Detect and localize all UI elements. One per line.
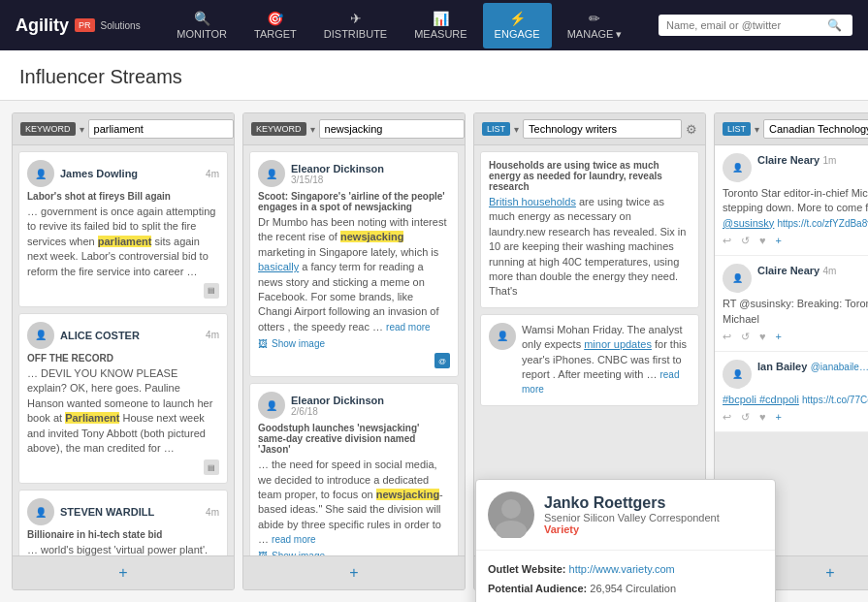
- item-subtitle: Goodstuph launches 'newsjacking' same-da…: [258, 423, 450, 455]
- tweet-text: RT @susinsky: Breaking: Toronto Star edi…: [723, 297, 868, 327]
- item-name: ALICE COSTER: [60, 330, 200, 341]
- item-header: 👤 ALICE COSTER 4m: [27, 322, 219, 349]
- stream-newsjacking-type-badge[interactable]: KEYWORD: [251, 122, 306, 136]
- tweet-name: Claire Neary: [757, 265, 820, 276]
- tweet-item: 👤 Ian Bailey @ianabaile… 19m #bcpoli #cd…: [715, 352, 868, 432]
- target-icon: 🎯: [267, 11, 283, 26]
- stream-newsjacking-header: KEYWORD ▾ ⚙: [243, 113, 465, 145]
- outlet-website-link[interactable]: http://www.variety.com: [569, 563, 675, 575]
- stream-newsjacking-input[interactable]: [319, 119, 465, 139]
- reply-icon[interactable]: ↩: [723, 411, 731, 424]
- item-action-icon[interactable]: ▤: [204, 283, 219, 299]
- popup-body: Outlet Website: http://www.variety.com P…: [476, 551, 775, 602]
- person-silhouette-icon: [488, 491, 534, 538]
- stream-item: 👤 ALICE COSTER 4m OFF THE RECORD … DEVIL…: [18, 313, 228, 484]
- page-title-bar: Influencer Streams: [0, 50, 868, 101]
- item-text: British households are using twice as mu…: [489, 195, 691, 300]
- tweet-link: https://t.co/zfYZdBa8v1: [777, 218, 868, 229]
- retweet-icon[interactable]: ↺: [741, 331, 750, 343]
- item-text: … government is once again attempting to…: [27, 205, 219, 279]
- search-icon: 🔍: [827, 18, 842, 32]
- tweet-time: 4m: [823, 266, 837, 276]
- logo: Agility PR Solutions: [16, 16, 141, 36]
- link-susinsky: @susinsky: [723, 217, 774, 229]
- nav-search-input[interactable]: [666, 19, 821, 31]
- nav-engage-label: ENGAGE: [495, 28, 540, 40]
- stream-item: 👤 STEVEN WARDILL 4m Billionaire in hi-te…: [18, 490, 228, 555]
- nav-monitor[interactable]: 🔍 MONITOR: [165, 3, 239, 48]
- stream-tech-input[interactable]: [523, 119, 682, 139]
- stream-parliament-input[interactable]: [88, 119, 234, 139]
- stream-tech-type-badge[interactable]: LIST: [482, 122, 510, 136]
- item-subtitle: Labor's shot at fireys Bill again: [27, 191, 219, 202]
- stream-canadian-header: LIST ▾ ⚙: [715, 113, 868, 145]
- stream-tech-settings-icon[interactable]: ⚙: [686, 122, 697, 137]
- avatar: 👤: [489, 323, 516, 350]
- nav-distribute[interactable]: ✈ DISTRIBUTE: [312, 3, 399, 48]
- retweet-icon[interactable]: ↺: [741, 411, 750, 424]
- stream-item: Households are using twice as much energ…: [480, 151, 699, 308]
- nav-manage-label: MANAGE ▾: [567, 28, 623, 41]
- avatar: 👤: [258, 160, 285, 187]
- retweet-icon[interactable]: ↺: [741, 235, 750, 247]
- show-image-btn[interactable]: 🖼 Show image: [258, 338, 450, 349]
- item-header: 👤 Eleanor Dickinson 2/6/18: [258, 392, 450, 419]
- tweet-actions: ↩ ↺ ♥ + 🐦: [723, 411, 868, 424]
- like-icon[interactable]: ♥: [759, 235, 766, 247]
- stream-parliament-items: 👤 James Dowling 4m Labor's shot at firey…: [13, 145, 234, 555]
- item-name: STEVEN WARDILL: [60, 506, 200, 518]
- nav-manage[interactable]: ✏ MANAGE ▾: [556, 3, 634, 48]
- stream-canadian-type-badge[interactable]: LIST: [723, 122, 751, 136]
- add-stream-button[interactable]: +: [111, 560, 135, 586]
- navbar: Agility PR Solutions 🔍 MONITOR 🎯 TARGET …: [0, 0, 868, 50]
- add-icon[interactable]: +: [776, 411, 782, 424]
- read-more-link[interactable]: read more: [386, 322, 431, 333]
- add-icon[interactable]: +: [776, 331, 782, 343]
- like-icon[interactable]: ♥: [759, 331, 766, 343]
- read-more-link3[interactable]: read more: [522, 369, 679, 395]
- page-title: Influencer Streams: [19, 66, 182, 87]
- item-subtitle: OFF THE RECORD: [27, 353, 219, 364]
- engage-icon: ⚡: [509, 11, 526, 26]
- svg-point-1: [496, 521, 527, 538]
- avatar: 👤: [723, 153, 752, 182]
- add-stream-button4[interactable]: +: [818, 560, 842, 586]
- item-action-icon[interactable]: ▤: [204, 459, 219, 475]
- stream-parliament-footer: +: [13, 555, 234, 589]
- tweet-header: 👤 Claire Neary 4m: [723, 264, 868, 293]
- add-icon[interactable]: +: [776, 235, 782, 247]
- pr-badge: PR: [75, 18, 95, 32]
- item-time: 4m: [206, 507, 219, 518]
- stream-parliament: KEYWORD ▾ ⚙ 👤 James Dowling 4m Labor's s…: [12, 112, 235, 590]
- reply-icon[interactable]: ↩: [723, 235, 731, 247]
- nav-search-container: 🔍: [659, 15, 852, 36]
- reply-icon[interactable]: ↩: [723, 331, 731, 343]
- solutions-text: Solutions: [101, 20, 141, 31]
- show-image-label2: Show image: [272, 551, 325, 555]
- nav-engage[interactable]: ⚡ ENGAGE: [483, 3, 552, 48]
- avatar: 👤: [27, 322, 54, 349]
- read-more-link2[interactable]: read more: [272, 534, 316, 545]
- stream-item: 👤 Wamsi Mohan Friday. The analyst only e…: [480, 314, 699, 406]
- stream-parliament-type-badge[interactable]: KEYWORD: [20, 122, 76, 136]
- streams-container: KEYWORD ▾ ⚙ 👤 James Dowling 4m Labor's s…: [0, 101, 868, 602]
- distribute-icon: ✈: [350, 11, 362, 26]
- item-name: Eleanor Dickinson: [291, 163, 450, 174]
- item-header: 👤 STEVEN WARDILL 4m: [27, 498, 219, 525]
- tweet-meta: Ian Bailey @ianabaile… 19m: [757, 360, 868, 373]
- item-engage-icon[interactable]: @: [434, 353, 450, 368]
- nav-monitor-label: MONITOR: [177, 28, 227, 40]
- highlight-parliament: parliament: [98, 236, 152, 247]
- nav-target[interactable]: 🎯 TARGET: [242, 3, 308, 48]
- avatar: 👤: [258, 392, 285, 419]
- nav-items: 🔍 MONITOR 🎯 TARGET ✈ DISTRIBUTE 📊 MEASUR…: [164, 3, 635, 48]
- stream-tech-header: LIST ▾ ⚙: [474, 113, 705, 145]
- stream-canadian-input[interactable]: [763, 119, 868, 139]
- like-icon[interactable]: ♥: [759, 411, 766, 424]
- nav-measure[interactable]: 📊 MEASURE: [402, 3, 478, 48]
- add-stream-button2[interactable]: +: [341, 560, 366, 586]
- tweet-text: #bcpoli #cdnpoli https://t.co/77CcTLghut: [723, 393, 868, 407]
- show-image-btn2[interactable]: 🖼 Show image: [258, 551, 450, 555]
- item-time: 4m: [206, 330, 219, 340]
- item-text: Dr Mumbo has been noting with interest t…: [258, 215, 450, 334]
